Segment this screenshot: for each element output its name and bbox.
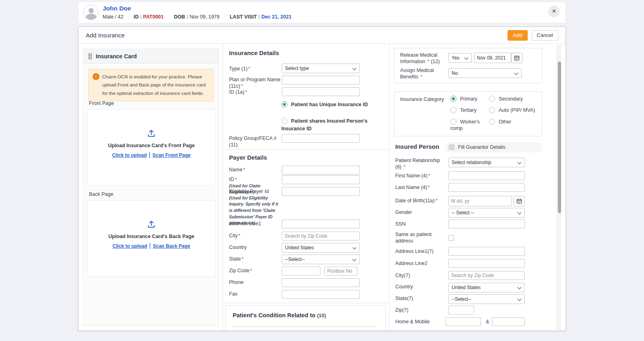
calendar-icon[interactable] (511, 53, 522, 63)
policy-group-input[interactable] (282, 134, 360, 143)
chevron-down-icon (518, 286, 522, 290)
category-workers-comp-radio[interactable] (450, 119, 456, 125)
add-button[interactable]: Add (508, 30, 527, 41)
insurance-card-column: Insurance Card i Charm OCR is enabled fo… (78, 44, 223, 331)
insured-country-select[interactable]: United States (448, 283, 525, 292)
back-page-upload-box[interactable]: Upload Insurance Card's Back Page Click … (87, 200, 215, 277)
payer-postbox-input[interactable] (324, 267, 357, 275)
insured-address1-input[interactable] (448, 247, 525, 256)
release-medical-box: Release Medical Information * (12) Yes A… (394, 48, 542, 83)
scan-back-page-link[interactable]: Scan Back Page (153, 243, 190, 249)
payer-state-label: State* (229, 256, 281, 263)
ssn-label: SSN (395, 221, 446, 228)
category-tertiary: Tertiary (450, 107, 489, 113)
category-auto-radio[interactable] (489, 107, 495, 113)
payer-fax-input[interactable] (282, 290, 360, 299)
patient-name[interactable]: John Doe (103, 5, 131, 12)
eligibility-payer-input[interactable] (282, 187, 360, 196)
payer-id-input[interactable] (282, 175, 360, 184)
category-primary-radio[interactable] (450, 96, 456, 102)
policy-group-label: Policy Group/FECA # (11) (229, 136, 281, 148)
patient-condition-title: Patient's Condition Related to (10) (233, 312, 326, 318)
payer-zip-input[interactable] (282, 267, 320, 275)
insured-address2-label: Address Line2 (395, 261, 446, 267)
insurance-details-title: Insurance Details (229, 49, 279, 56)
chevron-down-icon (353, 66, 357, 70)
payer-phone-input[interactable] (282, 278, 360, 287)
assign-benefits-select[interactable]: No (448, 68, 522, 78)
calendar-icon[interactable] (514, 196, 525, 206)
home-mobile-label: Home & Mobile (395, 319, 446, 325)
chevron-down-icon (464, 56, 469, 60)
drag-handle-icon[interactable] (88, 53, 92, 60)
cancel-button[interactable]: Cancel (532, 30, 558, 41)
front-page-upload-box[interactable]: Upload Insurance Card's Front Page Click… (87, 109, 215, 186)
fill-guarantor-checkbox[interactable] (449, 144, 454, 150)
type-select[interactable]: Select type (282, 64, 360, 73)
insured-city-input[interactable] (448, 271, 525, 280)
insurance-card-panel-header: Insurance Card (83, 49, 219, 64)
first-name-input[interactable] (448, 171, 525, 180)
insured-dob-input[interactable] (448, 196, 512, 206)
shared-id-radio-row: Patient shares Insured Person's Insuranc… (281, 117, 368, 133)
ampersand-text: & (486, 319, 489, 325)
category-tertiary-radio[interactable] (450, 107, 456, 113)
insured-state-label: State(7) (395, 296, 446, 302)
category-other-radio[interactable] (489, 119, 495, 125)
payer-state-select[interactable]: --Select-- (282, 255, 360, 264)
back-click-to-upload-link[interactable]: Click to upload (113, 243, 147, 249)
upload-icon (88, 220, 215, 230)
modal-title: Add Insurance (78, 32, 125, 39)
patient-sex-age: Male / 42 (103, 14, 123, 20)
shared-id-radio[interactable] (281, 118, 287, 124)
unique-id-radio[interactable] (281, 101, 287, 107)
payer-country-select[interactable]: United States (282, 243, 360, 253)
payer-address1-input[interactable] (282, 220, 360, 228)
ssn-input[interactable] (448, 220, 525, 228)
back-upload-text: Upload Insurance Card's Back Page (88, 234, 215, 239)
category-auto: Auto (PIP/ MVA) (489, 107, 537, 113)
fill-guarantor-label: Fill Guarantor Details (458, 144, 505, 150)
last-name-input[interactable] (448, 183, 525, 192)
first-name-label: First Name (4)* (395, 173, 446, 179)
category-primary: Primary (450, 96, 489, 102)
payer-name-input[interactable] (282, 166, 360, 175)
insured-state-select[interactable]: --Select-- (448, 294, 525, 304)
back-page-label: Back Page (89, 191, 113, 197)
link-separator: | (149, 151, 151, 158)
info-icon: i (93, 73, 99, 80)
patient-avatar-icon (83, 5, 99, 20)
scan-front-page-link[interactable]: Scan Front Page (153, 152, 191, 158)
mobile-phone-input[interactable] (492, 317, 525, 326)
gender-select[interactable]: -- Select -- (448, 208, 525, 218)
type-label: Type (1)* (229, 66, 281, 72)
close-icon[interactable]: × (548, 6, 560, 17)
chevron-down-icon (518, 211, 522, 215)
insurance-card-panel: Insurance Card i Charm OCR is enabled fo… (83, 49, 219, 326)
plan-name-input[interactable] (282, 76, 360, 84)
release-date-input[interactable] (474, 53, 511, 63)
same-address-checkbox[interactable] (448, 235, 454, 241)
plan-name-label: Plan or Program Name (11c)* (229, 77, 281, 89)
insured-zip-input[interactable] (448, 306, 474, 314)
category-secondary-radio[interactable] (489, 96, 495, 102)
payer-zip-label: Zip Code* (229, 268, 281, 274)
front-click-to-upload-link[interactable]: Click to upload (112, 152, 147, 158)
unique-id-radio-label: Patient has Unique Insurance ID (291, 102, 368, 107)
relationship-select[interactable]: Select relationship (448, 158, 525, 167)
patient-condition-card: Patient's Condition Related to (10) (225, 305, 386, 331)
last-visit-value[interactable]: Dec 21, 2021 (261, 14, 291, 20)
assign-benefits-label: Assign Medical Benefits * (400, 68, 451, 80)
release-medical-select[interactable]: Yes (448, 53, 472, 63)
category-workers-comp: Worker's comp (450, 119, 489, 132)
home-phone-input[interactable] (446, 317, 481, 326)
insured-address2-input[interactable] (448, 259, 525, 268)
vertical-scrollbar-thumb[interactable] (558, 62, 561, 213)
insurance-id-input[interactable] (282, 87, 360, 96)
front-upload-text: Upload Insurance Card's Front Page (88, 143, 215, 148)
chevron-down-icon (353, 246, 357, 250)
relationship-label: Patient Relationship (6) * (395, 158, 446, 170)
vertical-scrollbar-track[interactable] (557, 45, 561, 330)
payer-city-input[interactable] (282, 232, 360, 240)
front-page-label: Front Page (89, 101, 114, 106)
